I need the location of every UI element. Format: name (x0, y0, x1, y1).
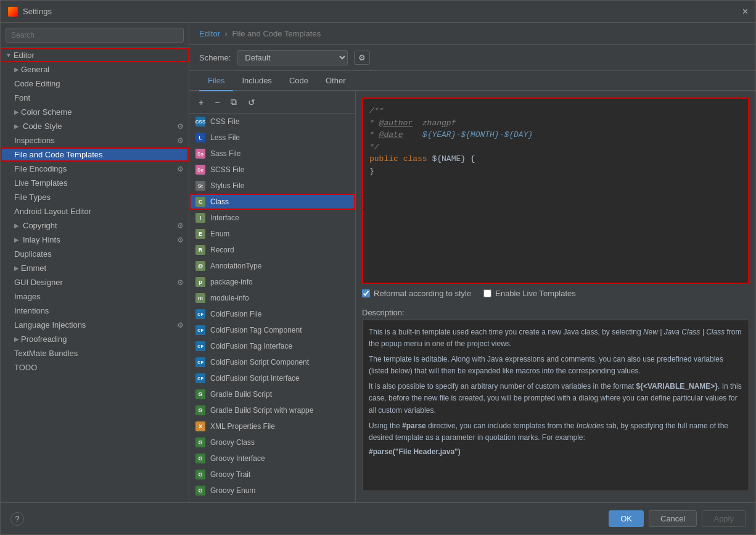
template-item-scss[interactable]: Sc SCSS File (189, 162, 355, 178)
template-item-cf-tag-iface[interactable]: CF ColdFusion Tag Interface (189, 338, 355, 354)
template-label-groovy-iface: Groovy Interface (210, 454, 265, 463)
list-toolbar: + − ⧉ ↺ (189, 91, 355, 114)
template-label-mod: module-info (210, 294, 249, 302)
sidebar-item-proofreading[interactable]: ▶ Proofreading (1, 332, 189, 346)
template-item-gradle-build[interactable]: G Gradle Build Script (189, 386, 355, 402)
add-template-button[interactable]: + (194, 95, 208, 109)
sidebar-label-android: Android Layout Editor (14, 207, 91, 216)
desc-bold1: ${<VARIABLE_NAME>} (636, 382, 718, 391)
sidebar-item-code-style[interactable]: ▶ Code Style ⚙ (1, 119, 189, 133)
tab-files[interactable]: Files (199, 71, 233, 91)
code-line2: * @author zhangpf (369, 117, 742, 130)
template-item-groovy-class[interactable]: G Groovy Class (189, 434, 355, 450)
breadcrumb: Editor › File and Code Templates (189, 23, 755, 45)
sidebar-item-intentions[interactable]: Intentions (1, 304, 189, 318)
code-line1: /** (369, 105, 742, 117)
template-item-groovy-iface[interactable]: G Groovy Interface (189, 450, 355, 467)
tab-code[interactable]: Code (281, 71, 317, 91)
desc-bold2: #parse (402, 421, 426, 430)
reformat-checkbox[interactable] (362, 289, 370, 297)
sidebar-item-inlay-hints[interactable]: ▶ Inlay Hints ⚙ (1, 233, 189, 247)
template-item-less[interactable]: L Less File (189, 130, 355, 146)
sass-icon: Ss (195, 149, 205, 159)
cancel-button[interactable]: Cancel (649, 510, 697, 527)
xml-props-icon: X (195, 421, 205, 431)
content-area: + − ⧉ ↺ CSS CSS File L (189, 91, 755, 502)
template-item-class[interactable]: C Class (189, 194, 355, 210)
live-templates-checkbox-label[interactable]: Enable Live Templates (483, 289, 576, 298)
template-item-xml-props[interactable]: X XML Properties File (189, 418, 355, 434)
sidebar-label-code-style: Code Style (23, 122, 62, 131)
template-item-groovy-enum[interactable]: G Groovy Enum (189, 483, 355, 499)
sidebar-item-file-code-templates[interactable]: File and Code Templates (1, 147, 189, 162)
sidebar-item-general[interactable]: ▶ General (1, 62, 189, 77)
sidebar-item-copyright[interactable]: ▶ Copyright ⚙ (1, 218, 189, 233)
search-input[interactable] (6, 28, 184, 43)
template-item-cf-file[interactable]: CF ColdFusion File (189, 306, 355, 322)
sidebar-item-lang-injections[interactable]: Language Injections ⚙ (1, 318, 189, 332)
template-item-pkg[interactable]: p package-info (189, 274, 355, 290)
scheme-gear-button[interactable]: ⚙ (354, 51, 370, 65)
sidebar-item-android[interactable]: Android Layout Editor (1, 204, 189, 218)
template-item-stylus[interactable]: St Stylus File (189, 178, 355, 194)
gear-icon-inspections: ⚙ (177, 136, 184, 145)
sidebar-item-duplicates[interactable]: Duplicates (1, 247, 189, 261)
tab-other[interactable]: Other (317, 71, 355, 91)
tab-includes[interactable]: Includes (233, 71, 280, 91)
desc-para2: The template is editable. Along with Jav… (369, 354, 742, 377)
sidebar-label-copyright: Copyright (23, 221, 57, 230)
reformat-checkbox-label[interactable]: Reformat according to style (362, 289, 471, 298)
template-item-cf-tag[interactable]: CF ColdFusion Tag Component (189, 322, 355, 338)
template-item-sass[interactable]: Ss Sass File (189, 146, 355, 162)
breadcrumb-parent[interactable]: Editor (199, 29, 220, 38)
ok-button[interactable]: OK (609, 510, 644, 527)
template-item-css[interactable]: CSS CSS File (189, 114, 355, 130)
code-line6: } (369, 165, 742, 178)
description-box: This is a built-in template used each ti… (362, 320, 749, 492)
template-item-mod[interactable]: m module-info (189, 290, 355, 306)
sidebar-item-textmate[interactable]: TextMate Bundles (1, 346, 189, 360)
sidebar-item-code-editing[interactable]: Code Editing (1, 77, 189, 91)
stylus-icon: St (195, 181, 205, 191)
sidebar: ▼ Editor ▶ General Code Editing Font (1, 23, 189, 502)
sidebar-item-todo[interactable]: TODO (1, 360, 189, 375)
template-item-gradle-wrap[interactable]: G Gradle Build Script with wrappe (189, 402, 355, 418)
close-button[interactable]: × (742, 6, 748, 17)
desc-para3: It is also possible to specify an arbitr… (369, 381, 742, 417)
class-icon: C (195, 197, 205, 207)
template-item-annotation[interactable]: @ AnnotationType (189, 258, 355, 274)
arrow-icon-general: ▶ (14, 66, 19, 73)
code-editor[interactable]: /** * @author zhangpf * @date ${YEAR}-${… (363, 99, 748, 283)
sidebar-item-live-templates[interactable]: Live Templates (1, 176, 189, 190)
description-label: Description: (362, 308, 749, 317)
template-item-enum[interactable]: E Enum (189, 226, 355, 242)
groovy-enum-icon: G (195, 486, 205, 496)
scheme-select[interactable]: Default (237, 50, 348, 65)
sidebar-label-inlay: Inlay Hints (23, 235, 60, 244)
template-item-groovy-trait[interactable]: G Groovy Trait (189, 467, 355, 483)
sidebar-item-gui-designer[interactable]: GUI Designer ⚙ (1, 275, 189, 289)
settings-dialog: Settings × ▼ Editor ▶ General (0, 0, 756, 535)
template-item-record[interactable]: R Record (189, 242, 355, 258)
reset-template-button[interactable]: ↺ (244, 95, 260, 109)
sidebar-item-file-types[interactable]: File Types (1, 190, 189, 204)
template-item-cf-script-iface[interactable]: CF ColdFusion Script Interface (189, 370, 355, 386)
sidebar-item-emmet[interactable]: ▶ Emmet (1, 261, 189, 275)
sidebar-item-images[interactable]: Images (1, 289, 189, 304)
apply-button[interactable]: Apply (702, 510, 746, 527)
template-item-interface[interactable]: I Interface (189, 210, 355, 226)
sidebar-item-inspections[interactable]: Inspections ⚙ (1, 133, 189, 147)
help-button[interactable]: ? (10, 512, 24, 526)
copy-template-button[interactable]: ⧉ (226, 95, 241, 109)
sidebar-item-font[interactable]: Font (1, 91, 189, 105)
breadcrumb-sep: › (225, 29, 228, 38)
arrow-icon-copyright: ▶ (14, 222, 19, 229)
cf-tag-icon: CF (195, 325, 205, 335)
sidebar-item-editor[interactable]: ▼ Editor (1, 48, 189, 62)
sidebar-item-file-encodings[interactable]: File Encodings ⚙ (1, 162, 189, 176)
sidebar-label-general: General (21, 65, 49, 74)
live-templates-checkbox[interactable] (483, 289, 491, 297)
sidebar-item-color-scheme[interactable]: ▶ Color Scheme (1, 105, 189, 119)
template-item-cf-script[interactable]: CF ColdFusion Script Component (189, 354, 355, 370)
remove-template-button[interactable]: − (210, 95, 224, 109)
